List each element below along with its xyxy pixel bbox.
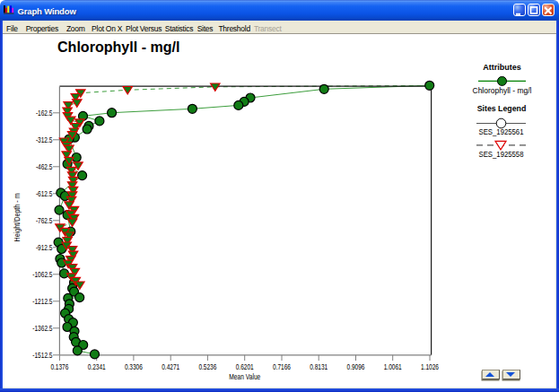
svg-text:0.1376: 0.1376 (50, 362, 68, 371)
svg-text:0.6201: 0.6201 (236, 362, 254, 371)
svg-text:-612.5: -612.5 (36, 188, 53, 198)
svg-text:-912.5: -912.5 (36, 242, 53, 252)
svg-text:0.3306: 0.3306 (125, 362, 143, 371)
svg-text:Sites Legend: Sites Legend (477, 104, 527, 113)
svg-text:Chlorophyll - mg/l: Chlorophyll - mg/l (473, 86, 532, 95)
svg-text:-1512.5: -1512.5 (32, 350, 52, 360)
svg-text:-162.5: -162.5 (36, 108, 53, 118)
svg-text:Height/Depth - m: Height/Depth - m (13, 193, 22, 241)
svg-text:-312.5: -312.5 (36, 135, 53, 144)
svg-text:0.2341: 0.2341 (88, 362, 106, 371)
svg-text:-762.5: -762.5 (36, 215, 53, 225)
svg-text:Attributes: Attributes (483, 63, 521, 72)
svg-text:-1212.5: -1212.5 (32, 296, 52, 306)
svg-text:SES_1925561: SES_1925561 (479, 126, 524, 136)
svg-text:1.0061: 1.0061 (384, 362, 402, 371)
svg-text:-1062.5: -1062.5 (32, 269, 52, 279)
svg-text:0.9096: 0.9096 (347, 362, 365, 371)
svg-text:0.7166: 0.7166 (273, 362, 291, 371)
svg-text:SES_1925558: SES_1925558 (479, 149, 524, 159)
svg-text:0.8131: 0.8131 (310, 362, 328, 371)
svg-text:1.1026: 1.1026 (421, 362, 439, 371)
svg-text:-1362.5: -1362.5 (32, 323, 52, 333)
svg-text:Mean Value: Mean Value (229, 372, 260, 381)
svg-text:0.4271: 0.4271 (162, 362, 179, 371)
svg-text:0.5236: 0.5236 (198, 362, 216, 371)
svg-text:Chlorophyll - mg/l: Chlorophyll - mg/l (57, 39, 180, 55)
svg-text:-462.5: -462.5 (36, 161, 53, 171)
